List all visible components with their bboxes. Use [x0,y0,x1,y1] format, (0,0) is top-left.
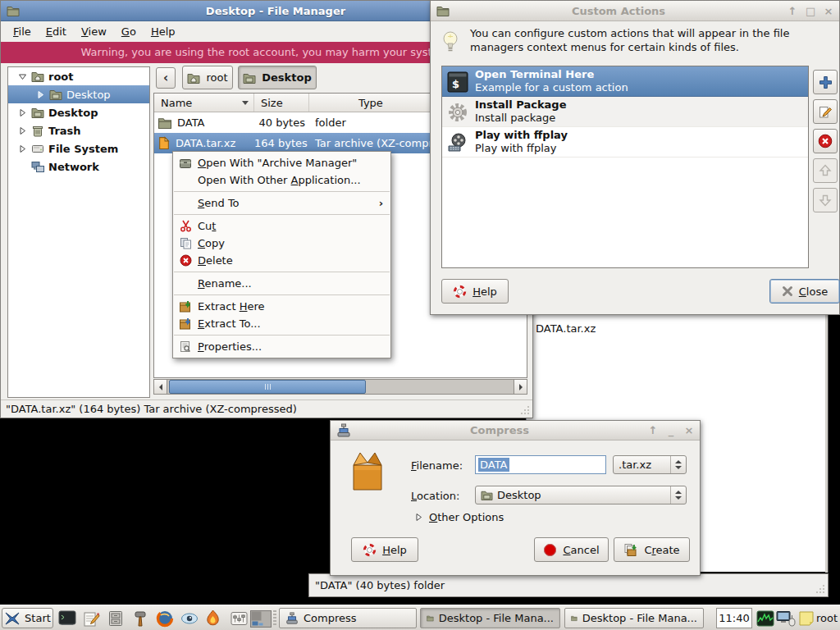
trash-icon [31,125,44,137]
menu-item-extract-to[interactable]: Extract To... [173,315,390,332]
browser-launcher[interactable] [155,609,175,628]
resize-grip-icon[interactable] [815,584,825,594]
settings-launcher[interactable] [229,609,249,628]
clock[interactable]: 11:40 [716,608,752,628]
cancel-button[interactable]: Cancel [534,537,609,562]
location-select[interactable]: Desktop [475,486,687,504]
add-action-button[interactable] [813,70,838,94]
minimize-button[interactable]: _ [666,424,676,436]
start-button[interactable]: Start [2,608,53,628]
sidebar-item-filesystem[interactable]: File System [8,139,149,158]
system-monitor-tray[interactable] [756,609,775,628]
start-logo-icon [4,610,21,627]
back-button[interactable]: ‹ [156,67,176,89]
archive-file-icon [158,136,171,150]
panel-grip[interactable] [273,610,276,626]
close-button[interactable]: × [824,5,833,17]
path-root-label: root [206,71,227,84]
sidebar-label: File System [48,143,118,155]
maximize-button[interactable]: □ [806,5,815,17]
sidebar-item-desktop-selected[interactable]: Desktop [8,85,149,103]
custom-actions-dialog: Custom Actions ↑ □ × You can configure c… [430,0,840,315]
other-options-expander[interactable]: Other Options [414,511,504,523]
notes-launcher[interactable] [81,609,101,628]
desktop-folder-icon [481,490,493,500]
filename-input[interactable]: DATA [475,455,606,474]
folder-icon [571,613,578,623]
action-name: Play with ffplay [475,129,808,142]
file-cabinet-launcher[interactable] [106,609,126,628]
expander-down-icon[interactable] [18,72,27,81]
extract-here-icon [179,300,192,313]
menu-edit[interactable]: Edit [39,23,74,40]
tools-launcher[interactable] [130,609,150,628]
help-button[interactable]: Help [351,537,418,562]
scrollbar-track[interactable] [167,380,514,394]
menu-item-send-to[interactable]: Send To › [173,194,390,212]
expander-right-icon[interactable] [18,108,27,117]
sidebar-item-network[interactable]: Network [8,158,149,176]
menu-item-properties[interactable]: Properties... [173,338,390,355]
scrollbar-thumb[interactable] [169,380,366,394]
path-button-desktop[interactable]: Desktop [238,66,317,89]
arrow-right-icon [519,384,523,390]
extension-select[interactable]: .tar.xz [613,455,687,474]
shade-button[interactable]: ↑ [648,424,658,436]
create-button[interactable]: Create [614,537,690,562]
menu-go[interactable]: Go [114,23,144,40]
terminal-launcher[interactable] [57,609,77,628]
task-label: Desktop - File Mana... [439,612,554,624]
resize-grip-icon[interactable] [520,405,530,415]
menu-item-extract-here[interactable]: Extract Here [173,298,390,315]
compress-titlebar[interactable]: Compress ↑ _ × [331,421,700,441]
custom-actions-titlebar[interactable]: Custom Actions ↑ □ × [431,1,839,21]
close-button[interactable]: Close [769,279,840,304]
menu-item-cut[interactable]: Cut [173,217,390,235]
action-description: Install package [475,112,808,125]
scroll-right-button[interactable] [514,379,527,395]
task-button-file-manager-2[interactable]: Desktop - File Mana... [564,608,704,628]
action-item-open-terminal[interactable]: $ Open Terminal Here Example for a custo… [442,66,808,97]
scroll-left-button[interactable] [153,379,167,395]
task-button-compress[interactable]: Compress [279,608,417,628]
column-header-size[interactable]: Size [254,94,309,112]
sidebar-item-desktop[interactable]: Desktop [8,103,149,121]
help-button[interactable]: Help [441,279,509,304]
menu-help[interactable]: Help [144,23,183,40]
viewer-launcher[interactable] [180,609,199,628]
expander-right-icon[interactable] [18,144,27,153]
menu-item-open-with-other[interactable]: Open With Other Application... [173,171,390,189]
folder-icon [436,5,450,16]
task-button-file-manager-1[interactable]: Desktop - File Mana... [420,608,560,628]
menu-item-rename[interactable]: Rename... [173,275,390,292]
menu-item-delete[interactable]: Delete [173,252,390,269]
notes-tray[interactable] [797,609,816,628]
shade-button[interactable]: ↑ [788,5,797,17]
sidebar-item-trash[interactable]: Trash [8,121,149,139]
edit-action-button[interactable] [813,99,838,124]
column-header-name[interactable]: Name [154,94,254,112]
remote-display-tray[interactable] [776,609,796,628]
folder-icon [7,5,20,16]
window-title: Custom Actions [454,5,783,17]
action-item-install-package[interactable]: Install Package Install package [442,97,808,127]
horizontal-scrollbar[interactable] [153,379,527,395]
close-button[interactable]: × [684,424,694,436]
help-lifebuoy-icon [453,285,467,299]
spinner-arrows-icon[interactable] [670,486,686,504]
spinner-arrows-icon[interactable] [670,456,686,473]
menu-item-open-with-archive-manager[interactable]: Open With "Archive Manager" [173,154,390,171]
menu-file[interactable]: File [6,23,39,40]
sidebar-item-root[interactable]: root [8,67,149,85]
background-file-label[interactable]: DATA.tar.xz [536,322,596,335]
action-item-play-ffplay[interactable]: Play with ffplay Play with ffplay [442,127,808,158]
path-button-root[interactable]: root [182,66,233,89]
expander-right-icon[interactable] [36,90,45,99]
burner-launcher[interactable] [203,609,222,628]
menu-item-copy[interactable]: Copy [173,235,390,252]
sort-descending-icon [242,101,249,105]
expander-right-icon[interactable] [18,126,27,135]
menu-view[interactable]: View [74,23,114,40]
workspace-pager[interactable] [250,609,272,628]
delete-action-button[interactable] [813,129,838,153]
